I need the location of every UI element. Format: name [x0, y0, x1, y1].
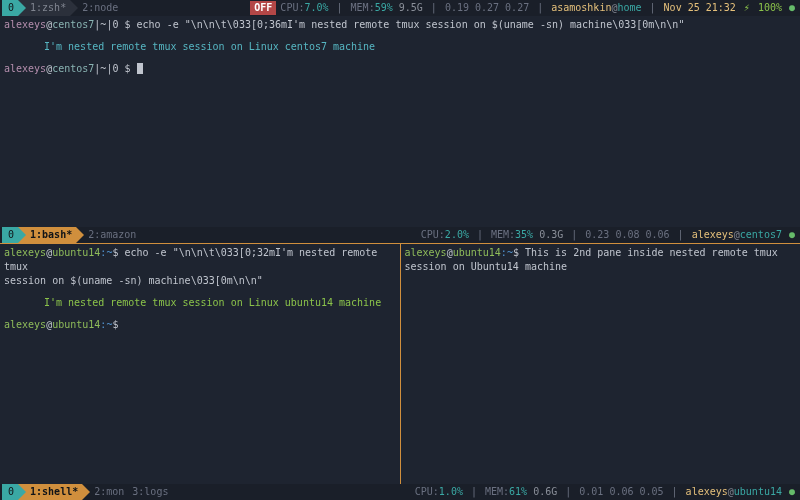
prompt-line: alexeys@centos7|~|0 $	[4, 62, 796, 76]
session-indicator[interactable]: 0	[2, 227, 18, 243]
terminal-pane-centos[interactable]: alexeys@centos7|~|0 $ echo -e "\n\n\t\03…	[0, 16, 800, 227]
chevron-right-icon	[76, 227, 84, 243]
cpu-stat: CPU:2.0%	[417, 228, 473, 242]
sep: |	[467, 485, 481, 499]
battery-icon: ⚡	[740, 1, 754, 15]
online-dot-icon: ●	[786, 1, 798, 15]
command-text: echo -e "\n\n\t\033[0;36mI'm nested remo…	[137, 19, 685, 30]
datetime: Nov 25 21:32	[660, 1, 740, 15]
command-output: I'm nested remote tmux session on Linux …	[4, 296, 396, 310]
chevron-right-icon	[18, 484, 26, 500]
prompt-line: alexeys@centos7|~|0 $ echo -e "\n\n\t\03…	[4, 18, 796, 32]
terminal-pane-ubuntu-right[interactable]: alexeys@ubuntu14:~$ This is 2nd pane ins…	[401, 244, 801, 484]
sep: |	[674, 228, 688, 242]
window-tab-mon[interactable]: 2:mon	[90, 485, 128, 499]
load-avg: 0.19 0.27 0.27	[441, 1, 533, 15]
command-output: I'm nested remote tmux session on Linux …	[4, 40, 796, 54]
sep: |	[427, 1, 441, 15]
session-indicator[interactable]: 0	[2, 484, 18, 500]
window-tab-bash[interactable]: 1:bash*	[18, 227, 76, 243]
sep: |	[473, 228, 487, 242]
sep: |	[646, 1, 660, 15]
chevron-right-icon	[18, 227, 26, 243]
session-indicator[interactable]: 0	[2, 0, 18, 16]
status-bar-bottom: 0 1:shell* 2:mon 3:logs CPU:1.0% | MEM:6…	[0, 484, 800, 500]
pane-row-ubuntu: alexeys@ubuntu14:~$ echo -e "\n\n\t\033[…	[0, 244, 800, 484]
cursor-icon	[137, 63, 143, 74]
prompt-line: alexeys@ubuntu14:~$	[4, 318, 396, 332]
chevron-right-icon	[18, 0, 26, 16]
window-tab-logs[interactable]: 3:logs	[128, 485, 172, 499]
chevron-right-icon	[82, 484, 90, 500]
cpu-stat: CPU:7.0%	[276, 1, 332, 15]
window-tab-shell[interactable]: 1:shell*	[18, 484, 82, 500]
mem-stat: MEM:35% 0.3G	[487, 228, 567, 242]
prompt-line: alexeys@ubuntu14:~$ echo -e "\n\n\t\033[…	[4, 246, 396, 288]
user-host: asamoshkin@home	[547, 1, 645, 15]
sep: |	[668, 485, 682, 499]
status-bar-middle: 0 1:bash* 2:amazon CPU:2.0% | MEM:35% 0.…	[0, 227, 800, 243]
cpu-stat: CPU:1.0%	[411, 485, 467, 499]
online-dot-icon: ●	[786, 485, 798, 499]
sep: |	[533, 1, 547, 15]
status-bar-top: 0 1:zsh* 2:node OFF CPU:7.0% | MEM:59% 9…	[0, 0, 800, 16]
prompt-line: alexeys@ubuntu14:~$ This is 2nd pane ins…	[405, 246, 797, 274]
off-badge: OFF	[250, 1, 276, 15]
sep: |	[567, 228, 581, 242]
terminal-pane-ubuntu-left[interactable]: alexeys@ubuntu14:~$ echo -e "\n\n\t\033[…	[0, 244, 400, 484]
window-tab-amazon[interactable]: 2:amazon	[84, 228, 140, 242]
mem-stat: MEM:61% 0.6G	[481, 485, 561, 499]
load-avg: 0.01 0.06 0.05	[575, 485, 667, 499]
mem-stat: MEM:59% 9.5G	[347, 1, 427, 15]
chevron-right-icon	[70, 0, 78, 16]
online-dot-icon: ●	[786, 228, 798, 242]
user-host: alexeys@centos7	[688, 228, 786, 242]
sep: |	[561, 485, 575, 499]
sep: |	[333, 1, 347, 15]
window-tab-node[interactable]: 2:node	[78, 1, 122, 15]
user-host: alexeys@ubuntu14	[682, 485, 786, 499]
battery-pct: 100%	[754, 1, 786, 15]
load-avg: 0.23 0.08 0.06	[581, 228, 673, 242]
